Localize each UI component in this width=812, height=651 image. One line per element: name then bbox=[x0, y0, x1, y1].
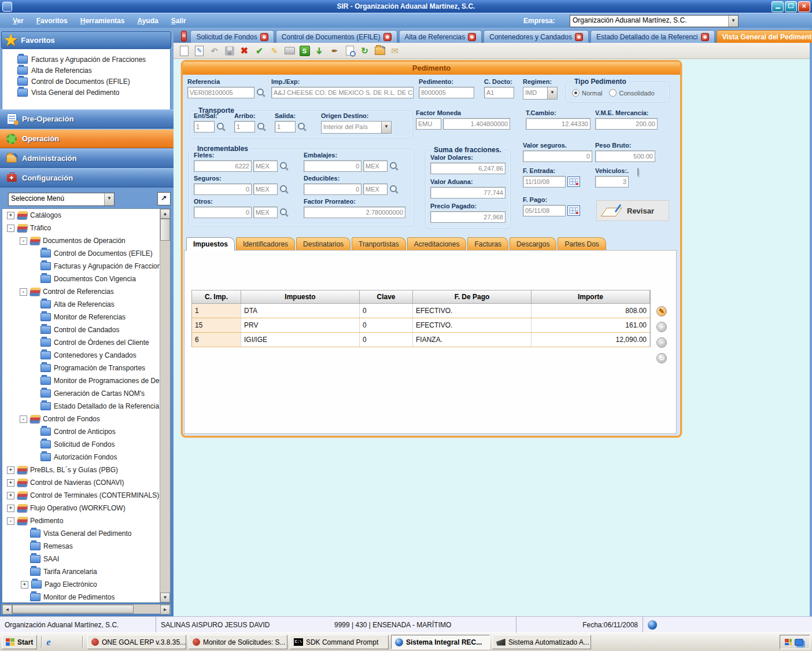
tab-acreditaciones[interactable]: Acreditaciones bbox=[407, 237, 467, 251]
table-header-cell[interactable]: F. De Pago bbox=[413, 290, 532, 303]
tree-item[interactable]: Control de Candados bbox=[2, 323, 160, 336]
task-one-goal-erp[interactable]: ONE GOAL ERP v.3.8.35... bbox=[87, 635, 186, 649]
remove-row-button[interactable]: − bbox=[656, 337, 667, 348]
expander-icon[interactable]: - bbox=[20, 288, 27, 296]
close-icon[interactable] bbox=[468, 33, 476, 41]
tree-item[interactable]: Monitor de Pedimentos bbox=[2, 591, 160, 603]
search-icon[interactable] bbox=[279, 185, 289, 194]
tree-item[interactable]: Contenedores y Candados bbox=[2, 349, 160, 362]
search-icon[interactable] bbox=[389, 161, 399, 171]
refresh-icon[interactable]: ↻ bbox=[359, 45, 371, 57]
tree-item[interactable]: -Pedimento bbox=[2, 514, 160, 527]
close-button[interactable] bbox=[798, 1, 810, 12]
salida-input[interactable]: 1 bbox=[275, 121, 296, 133]
chevron-down-icon[interactable]: ▼ bbox=[381, 122, 391, 133]
menu-ayuda[interactable]: Ayuda bbox=[137, 17, 158, 25]
tab-alta-referencias[interactable]: Alta de Referencias bbox=[399, 30, 482, 43]
impexp-input[interactable]: A&J CHEESE CO. DE MEXICO S. DE R.L. DE C bbox=[271, 87, 414, 98]
add-row-button[interactable]: + bbox=[656, 322, 667, 332]
expander-icon[interactable]: + bbox=[7, 479, 14, 487]
tree-item[interactable]: +Control de Terminales (CONTERMINALS) bbox=[2, 489, 160, 502]
tab-solicitud-fondos[interactable]: Solicitud de Fondos bbox=[190, 30, 274, 43]
tab-contenedores-candados[interactable]: Contenedores y Candados bbox=[483, 30, 589, 43]
edit-row-button[interactable]: ✎ bbox=[656, 306, 667, 317]
chevron-down-icon[interactable]: ▼ bbox=[728, 16, 738, 27]
table-row[interactable]: 1 DTA 0 EFECTIVO. 808.00 bbox=[192, 304, 650, 318]
open-menu-button[interactable]: ↗ bbox=[157, 192, 171, 205]
mail-icon[interactable]: ✉ bbox=[389, 45, 401, 57]
menu-favoritos[interactable]: Favoritos bbox=[36, 17, 68, 25]
section-administracion[interactable]: Administración bbox=[0, 149, 174, 168]
task-monitor-solicitudes[interactable]: Monitor de Solicitudes: S... bbox=[189, 635, 287, 649]
favorites-header[interactable]: ★ Favoritos bbox=[1, 31, 171, 49]
tree-item[interactable]: +Control de Navieras (CONAVI) bbox=[2, 476, 160, 489]
tree-item[interactable]: Control de Documentos (EFILE) bbox=[2, 247, 160, 260]
section-operacion[interactable]: Operación bbox=[0, 129, 174, 148]
regimen-select[interactable]: IMD ▼ bbox=[523, 87, 558, 100]
otros-currency[interactable]: MEX bbox=[253, 207, 278, 218]
valor-aduana-input[interactable]: 77,744 bbox=[430, 187, 505, 198]
validate-icon[interactable]: ✔ bbox=[253, 45, 265, 57]
import-icon[interactable]: ➔ bbox=[313, 45, 326, 57]
tree-item[interactable]: -Tráfico bbox=[2, 222, 160, 234]
print-icon[interactable] bbox=[283, 45, 296, 57]
table-row[interactable]: 6 IGI/IGE 0 FIANZA. 12,090.00 bbox=[192, 333, 650, 347]
embalajes-input[interactable]: 0 bbox=[304, 160, 361, 172]
seguros-input[interactable]: 0 bbox=[194, 183, 252, 195]
tree-item[interactable]: SAAI bbox=[2, 553, 160, 565]
expander-icon[interactable]: + bbox=[7, 212, 14, 219]
maximize-button[interactable] bbox=[785, 1, 797, 12]
tree-item[interactable]: Alta de Referencias bbox=[2, 298, 160, 311]
peso-bruto-input[interactable]: 500.00 bbox=[595, 150, 655, 162]
scrollbar-thumb[interactable] bbox=[12, 605, 134, 613]
seguros-currency[interactable]: MEX bbox=[253, 183, 278, 195]
tree-item[interactable]: Control de Anticipos bbox=[2, 425, 160, 438]
close-tab-button[interactable]: ✕ bbox=[181, 31, 187, 42]
task-sistema-integral[interactable]: Sistema Integral REC... bbox=[391, 635, 490, 649]
t-cambio-input[interactable]: 12.44330 bbox=[526, 118, 590, 130]
tree-item[interactable]: Vista General del Pedimento bbox=[2, 527, 160, 540]
vme-input[interactable]: 200.00 bbox=[595, 118, 658, 130]
deducibles-currency[interactable]: MEX bbox=[363, 183, 387, 195]
favorite-item[interactable]: Facturas y Agrupación de Fracciones bbox=[2, 54, 170, 65]
close-icon[interactable] bbox=[260, 33, 268, 41]
tree-item[interactable]: Monitor de Programaciones de Desp bbox=[2, 374, 160, 387]
minimize-button[interactable] bbox=[772, 1, 784, 12]
scroll-right-icon[interactable]: ► bbox=[160, 605, 170, 615]
tree-item[interactable]: Documentos Con Vigencia bbox=[2, 273, 160, 285]
table-header-cell[interactable]: C. Imp. bbox=[192, 290, 241, 303]
pedimento-no-input[interactable]: 8000005 bbox=[419, 87, 474, 98]
windows-logo-icon[interactable] bbox=[785, 639, 792, 645]
section-configuracion[interactable]: Configuración bbox=[0, 168, 174, 187]
search-icon[interactable] bbox=[297, 122, 307, 132]
scrollbar-thumb[interactable] bbox=[160, 219, 170, 241]
tab-vista-general-pedimento[interactable]: Vista General del Pedimento bbox=[717, 30, 812, 43]
tab-impuestos[interactable]: Impuestos bbox=[186, 237, 235, 251]
tab-estado-detallado[interactable]: Estado Detallado de la Referenci bbox=[590, 30, 714, 43]
table-header-cell[interactable]: Importe bbox=[532, 290, 650, 303]
tree-item[interactable]: Tarifa Arancelaria bbox=[2, 565, 160, 578]
menu-herramientas[interactable]: Herramientas bbox=[80, 17, 125, 25]
tree-item[interactable]: Estado Detallado de la Referencia bbox=[2, 400, 160, 413]
search-icon[interactable] bbox=[389, 185, 399, 194]
tab-tranportistas[interactable]: Tranportistas bbox=[352, 237, 406, 251]
factor-prorrateo-input[interactable]: 2.780000000 bbox=[304, 207, 405, 218]
tree-item[interactable]: Autorización Fondos bbox=[2, 451, 160, 464]
tree-item[interactable]: Remesas bbox=[2, 540, 160, 553]
revisar-button[interactable]: Revisar bbox=[596, 200, 669, 221]
table-row[interactable]: 15 PRV 0 EFECTIVO. 161.00 bbox=[192, 318, 650, 333]
scroll-left-icon[interactable]: ◄ bbox=[2, 605, 12, 615]
fletes-input[interactable]: 6222 bbox=[194, 160, 252, 172]
f-entrada-input[interactable]: 11/10/08 bbox=[523, 176, 566, 187]
tree-item[interactable]: +Catálogos bbox=[2, 209, 160, 222]
expander-icon[interactable]: - bbox=[7, 517, 14, 525]
table-header-cell[interactable]: Clave bbox=[360, 290, 413, 303]
saai-icon[interactable]: S bbox=[298, 45, 311, 57]
tree-item[interactable]: Generación de Cartas NOM's bbox=[2, 387, 160, 400]
clean-icon[interactable]: ✒ bbox=[329, 45, 341, 57]
tree-item[interactable]: Facturas y Agrupación de Fraccione bbox=[2, 260, 160, 273]
tree-item[interactable]: -Documentos de Operación bbox=[2, 234, 160, 247]
note-icon[interactable]: ✎ bbox=[268, 45, 280, 57]
folder-edit-icon[interactable] bbox=[374, 45, 386, 57]
delete-icon[interactable]: ✖ bbox=[238, 45, 250, 57]
